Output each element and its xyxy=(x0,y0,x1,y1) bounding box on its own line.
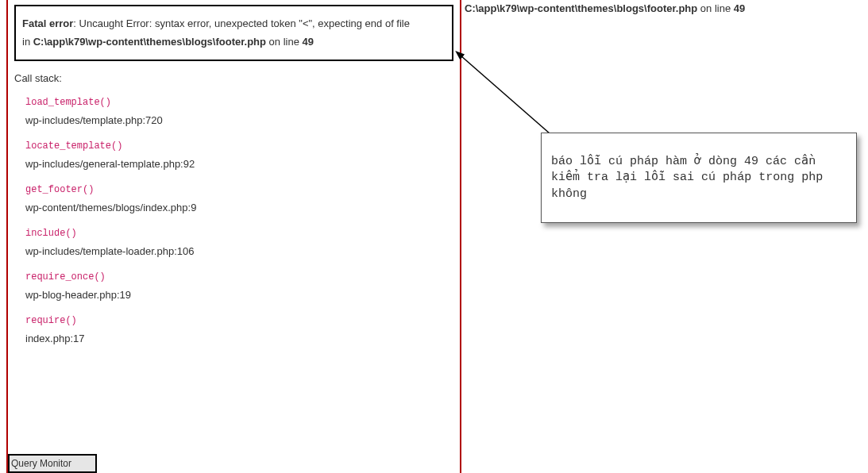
fatal-error-label: Fatal error xyxy=(22,17,73,29)
stack-function: get_footer() xyxy=(25,184,460,195)
error-line-number: 49 xyxy=(303,36,314,48)
stack-function: locate_template() xyxy=(25,140,460,152)
error-panel: Fatal error: Uncaught Error: syntax erro… xyxy=(6,0,461,473)
stack-frame: require() index.php:17 xyxy=(25,315,460,344)
annotation-text: báo lỗi cú pháp hàm ở dòng 49 các cần ki… xyxy=(551,155,823,201)
top-right-error-text: C:\app\k79\wp-content\themes\blogs\foote… xyxy=(465,0,868,14)
top-right-online: on line xyxy=(697,2,734,14)
stack-frame: include() wp-includes/template-loader.ph… xyxy=(25,228,460,257)
stack-location: wp-includes/template.php:720 xyxy=(25,114,460,126)
stack-frame: require_once() wp-blog-header.php:19 xyxy=(25,271,460,301)
svg-line-0 xyxy=(461,56,556,139)
stack-location: wp-includes/template-loader.php:106 xyxy=(25,245,460,257)
callstack-list: load_template() wp-includes/template.php… xyxy=(25,97,460,344)
stack-frame: load_template() wp-includes/template.php… xyxy=(25,97,460,126)
stack-frame: locate_template() wp-includes/general-te… xyxy=(25,140,460,170)
stack-location: wp-blog-header.php:19 xyxy=(25,289,460,301)
stack-function: load_template() xyxy=(25,97,460,108)
stack-function: require() xyxy=(25,315,460,326)
annotation-callout: báo lỗi cú pháp hàm ở dòng 49 các cần ki… xyxy=(541,133,857,223)
error-filepath: C:\app\k79\wp-content\themes\blogs\foote… xyxy=(33,36,266,48)
error-online-word: on line xyxy=(266,36,303,48)
error-in-word: in xyxy=(22,36,33,48)
stack-location: wp-content/themes/blogs/index.php:9 xyxy=(25,202,460,213)
stack-location: index.php:17 xyxy=(25,333,460,344)
fatal-error-box: Fatal error: Uncaught Error: syntax erro… xyxy=(14,5,453,61)
stack-function: include() xyxy=(25,228,460,239)
right-area: C:\app\k79\wp-content\themes\blogs\foote… xyxy=(465,0,868,14)
stack-frame: get_footer() wp-content/themes/blogs/ind… xyxy=(25,184,460,213)
top-right-filepath: C:\app\k79\wp-content\themes\blogs\foote… xyxy=(465,2,697,14)
query-monitor-label: Query Monitor xyxy=(11,458,71,469)
top-right-line: 49 xyxy=(734,2,745,14)
stack-location: wp-includes/general-template.php:92 xyxy=(25,158,460,170)
query-monitor-button[interactable]: Query Monitor xyxy=(8,454,97,473)
callstack-heading: Call stack: xyxy=(14,72,460,84)
stack-function: require_once() xyxy=(25,271,460,283)
fatal-error-message: : Uncaught Error: syntax error, unexpect… xyxy=(73,17,410,29)
